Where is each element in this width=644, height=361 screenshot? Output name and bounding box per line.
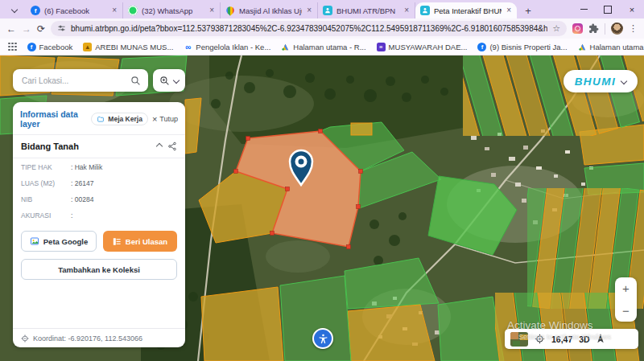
- window-controls: ×: [572, 0, 644, 18]
- basemap-thumbnail[interactable]: [510, 332, 528, 347]
- extensions-puzzle-icon[interactable]: [588, 23, 599, 34]
- google-ads-icon: [281, 43, 290, 51]
- magnifier-plus-icon: [159, 76, 170, 86]
- tab-close-icon[interactable]: ×: [111, 6, 118, 15]
- meja-kerja-button[interactable]: Meja Kerja: [91, 113, 148, 125]
- chevron-down-icon: [621, 78, 627, 84]
- chevron-down-icon: [11, 6, 18, 13]
- bookmark-halaman-utama-1[interactable]: Halaman utama - R...: [281, 43, 365, 51]
- google-maps-favicon: [225, 5, 236, 16]
- bookmark-halaman-utama-2[interactable]: Halaman utama - R...: [578, 43, 644, 51]
- map-zoom-control: + −: [615, 277, 637, 322]
- tab-close-icon[interactable]: ×: [306, 6, 312, 15]
- locate-icon[interactable]: [535, 334, 545, 344]
- forward-button[interactable]: →: [22, 24, 31, 34]
- tab-close-icon[interactable]: ×: [506, 6, 512, 15]
- site-settings-icon[interactable]: [57, 24, 66, 33]
- tab-facebook[interactable]: f (6) Facebook ×: [26, 2, 123, 18]
- accessibility-icon: [317, 333, 329, 345]
- browser-toolbar: ← → ⟳ bhumi.atrbpn.go.id/peta?bbox=112.5…: [0, 18, 644, 39]
- maximize-button[interactable]: [596, 0, 620, 18]
- location-search: [13, 69, 148, 92]
- whatsapp-favicon: [128, 6, 138, 15]
- section-title: Bidang Tanah: [21, 142, 151, 151]
- reload-button[interactable]: ⟳: [37, 24, 45, 34]
- tab-whatsapp[interactable]: (32) WhatsApp ×: [123, 2, 221, 18]
- google-ads-icon: [578, 43, 587, 51]
- zoom-out-button[interactable]: −: [622, 304, 630, 318]
- field-nib: NIB: 00284: [21, 195, 177, 203]
- peta-google-button[interactable]: Peta Google: [21, 231, 97, 252]
- url-bar[interactable]: bhumi.atrbpn.go.id/peta?bbox=112.5379387…: [51, 21, 567, 36]
- folder-icon: [97, 116, 105, 123]
- facebook-icon: f: [27, 43, 36, 51]
- picture-icon: [30, 236, 39, 246]
- zoom-area-tool[interactable]: [153, 69, 185, 92]
- instagram-extension-icon[interactable]: [572, 23, 583, 34]
- close-panel-button[interactable]: × Tutup: [152, 114, 178, 124]
- collapse-chevron-icon[interactable]: [156, 143, 163, 150]
- tambah-koleksi-button[interactable]: Tambahkan ke Koleksi: [21, 259, 177, 280]
- meta-icon: ∞: [184, 43, 192, 51]
- layer-info-panel: Informasi data layer Meja Kerja × Tutup …: [13, 102, 185, 347]
- coordinate-readout: Koordinat: -6.920176, 112.543066: [13, 328, 185, 347]
- bookmark-bisnis-properti[interactable]: f(9) Bisnis Properti Ja...: [477, 43, 567, 51]
- bookmark-pengelola-iklan[interactable]: ∞Pengelola Iklan - Ke...: [184, 43, 270, 51]
- chevron-down-icon: [173, 77, 180, 84]
- new-tab-button[interactable]: +: [522, 4, 535, 17]
- beri-ulasan-button[interactable]: Beri Ulasan: [103, 231, 177, 252]
- bookmarks-bar: fFacebook ▲AREBI MUNAS MUS... ∞Pengelola…: [0, 39, 644, 55]
- bhumi-favicon: [420, 6, 430, 15]
- minimize-button[interactable]: [572, 0, 596, 18]
- bookmark-arebi[interactable]: ▲AREBI MUNAS MUS...: [83, 43, 173, 51]
- toolbar-divider: [605, 23, 605, 35]
- field-tipe-hak: TIPE HAK: Hak Milik: [21, 163, 177, 171]
- crosshair-icon: [21, 334, 29, 343]
- bhumi-favicon: [323, 6, 332, 15]
- tab-close-icon[interactable]: ×: [403, 6, 410, 15]
- url-text: bhumi.atrbpn.go.id/peta?bbox=112.5379387…: [71, 24, 547, 33]
- bookmark-musyawarah[interactable]: ≡MUSYAWARAH DAE...: [377, 43, 468, 51]
- bhumi-logo: BHUMI: [575, 76, 617, 88]
- facebook-favicon: f: [31, 6, 40, 15]
- close-icon: ×: [152, 114, 157, 124]
- profile-avatar[interactable]: [611, 23, 623, 35]
- window-close-button[interactable]: ×: [620, 0, 644, 18]
- tab-peta-interaktif-active[interactable]: Peta Interaktif BHUMI ATR/B ×: [415, 2, 517, 18]
- back-button[interactable]: ←: [6, 24, 16, 34]
- tab-search-button[interactable]: [6, 2, 23, 18]
- mode-3d-button[interactable]: 3D: [579, 334, 589, 344]
- arebi-icon: ▲: [83, 43, 92, 51]
- field-luas: LUAS (M2): 26147: [21, 179, 177, 187]
- search-input[interactable]: [20, 76, 126, 86]
- panel-title: Informasi data layer: [20, 109, 87, 129]
- accessibility-button[interactable]: [312, 328, 333, 349]
- tab-maps[interactable]: Masjid Al Ikhlas Ujung Pangi ×: [221, 2, 318, 18]
- apps-grid-icon[interactable]: [8, 43, 17, 51]
- tab-close-icon[interactable]: ×: [208, 6, 215, 15]
- tab-bhumi[interactable]: BHUMI ATR/BPN ×: [318, 2, 415, 18]
- share-icon[interactable]: [167, 142, 177, 151]
- bookmark-facebook[interactable]: fFacebook: [27, 43, 73, 51]
- facebook-icon: f: [477, 43, 486, 51]
- tab-strip: f (6) Facebook × (32) WhatsApp × Masjid …: [0, 0, 644, 18]
- bookmark-star-icon[interactable]: ☆: [552, 23, 560, 34]
- review-icon: [113, 237, 122, 246]
- bhumi-menu[interactable]: BHUMI: [564, 70, 638, 92]
- field-akurasi: AKURASI:: [21, 211, 177, 219]
- map-status-bar: 16,47 3D: [505, 329, 638, 349]
- menu-dots-icon[interactable]: ⋮: [629, 24, 638, 33]
- search-icon[interactable]: [130, 76, 141, 86]
- zoom-in-button[interactable]: +: [622, 281, 630, 295]
- musyawarah-icon: ≡: [377, 43, 386, 51]
- compass-icon[interactable]: [597, 334, 605, 344]
- zoom-level-readout: 16,47: [551, 334, 572, 344]
